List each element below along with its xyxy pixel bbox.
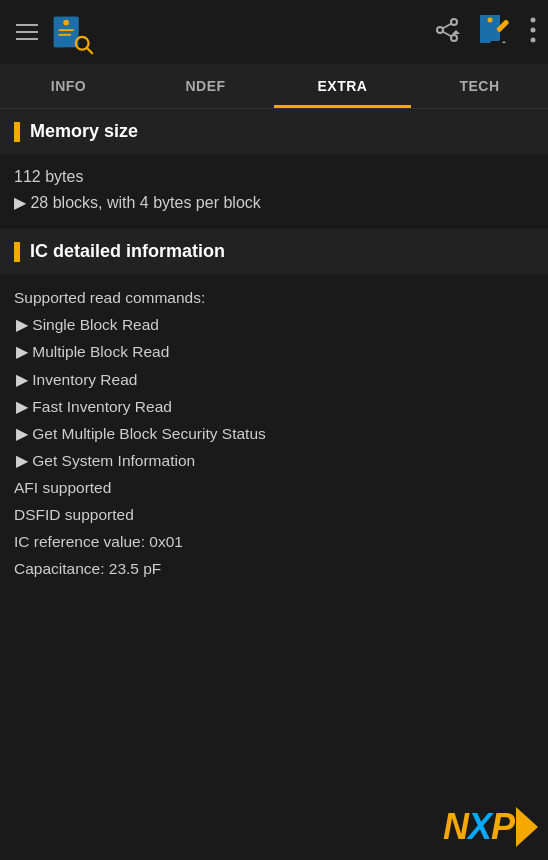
svg-marker-17 xyxy=(502,41,506,43)
ic-section-header: IC detailed information xyxy=(0,229,548,274)
command-multiple-block-read: ▶ Multiple Block Read xyxy=(14,338,534,365)
nxp-logo: NXP xyxy=(443,806,538,848)
memory-section-title: Memory size xyxy=(30,121,138,142)
ic-section-indicator xyxy=(14,242,20,262)
nxp-logo-text: NXP xyxy=(443,806,514,848)
svg-point-19 xyxy=(531,28,536,33)
svg-point-15 xyxy=(488,18,493,23)
memory-section-indicator xyxy=(14,122,20,142)
command-single-block-read: ▶ Single Block Read xyxy=(14,311,534,338)
supported-commands-label: Supported read commands: xyxy=(14,284,534,311)
magnify-icon xyxy=(74,35,94,55)
ic-ref-label: IC reference value: 0x01 xyxy=(14,528,534,555)
svg-line-6 xyxy=(87,48,92,53)
memory-blocks-info: ▶ 28 blocks, with 4 bytes per block xyxy=(14,190,534,216)
tab-tech[interactable]: TECH xyxy=(411,64,548,108)
top-bar-right xyxy=(434,13,536,51)
share-icon[interactable] xyxy=(434,17,460,47)
tab-extra[interactable]: EXTRA xyxy=(274,64,411,108)
dsfid-label: DSFID supported xyxy=(14,501,534,528)
memory-section: Memory size 112 bytes ▶ 28 blocks, with … xyxy=(0,109,548,229)
svg-point-2 xyxy=(63,20,69,26)
nxp-n: N xyxy=(443,806,468,847)
svg-marker-12 xyxy=(452,30,460,34)
ic-section: IC detailed information Supported read c… xyxy=(0,229,548,596)
edit-tag-icon[interactable] xyxy=(478,13,512,51)
top-bar-left xyxy=(12,13,88,51)
svg-point-7 xyxy=(451,19,457,25)
svg-point-8 xyxy=(451,35,457,41)
svg-point-20 xyxy=(531,38,536,43)
tab-info[interactable]: INFO xyxy=(0,64,137,108)
tab-bar: INFO NDEF EXTRA TECH xyxy=(0,64,548,109)
svg-line-10 xyxy=(443,24,452,29)
svg-point-9 xyxy=(437,27,443,33)
top-bar xyxy=(0,0,548,64)
capacitance-label: Capacitance: 23.5 pF xyxy=(14,555,534,582)
memory-size-bytes: 112 bytes xyxy=(14,164,534,190)
command-inventory-read: ▶ Inventory Read xyxy=(14,366,534,393)
nxp-arrow xyxy=(516,807,538,847)
ic-section-title: IC detailed information xyxy=(30,241,225,262)
afi-label: AFI supported xyxy=(14,474,534,501)
command-get-multiple-block-security: ▶ Get Multiple Block Security Status xyxy=(14,420,534,447)
content-area: Memory size 112 bytes ▶ 28 blocks, with … xyxy=(0,109,548,597)
memory-section-header: Memory size xyxy=(0,109,548,154)
command-get-system-info: ▶ Get System Information xyxy=(14,447,534,474)
command-fast-inventory-read: ▶ Fast Inventory Read xyxy=(14,393,534,420)
hamburger-menu-icon[interactable] xyxy=(12,20,42,44)
ic-section-body: Supported read commands: ▶ Single Block … xyxy=(0,274,548,596)
nxp-p: P xyxy=(491,806,514,847)
more-options-icon[interactable] xyxy=(530,17,536,47)
nxp-x: X xyxy=(468,806,491,847)
memory-section-body: 112 bytes ▶ 28 blocks, with 4 bytes per … xyxy=(0,154,548,229)
svg-line-11 xyxy=(443,32,452,37)
app-logo xyxy=(50,13,88,51)
svg-point-18 xyxy=(531,18,536,23)
tab-ndef[interactable]: NDEF xyxy=(137,64,274,108)
